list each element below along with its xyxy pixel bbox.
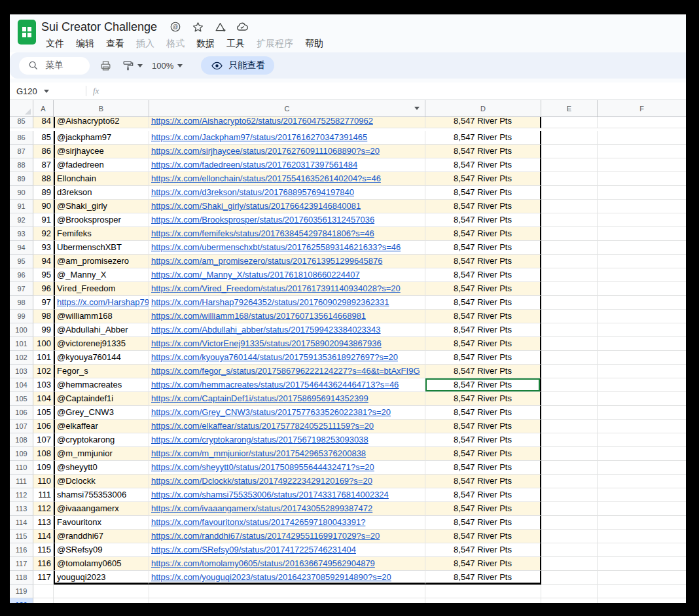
cell-b[interactable]: @cryptokarong <box>54 433 149 447</box>
cell-c[interactable]: https://x.com/Jackpham97/status/20176162… <box>149 131 425 145</box>
menu-search-input[interactable]: 菜单 <box>19 57 90 75</box>
cell-e[interactable] <box>541 323 598 337</box>
cell-e[interactable] <box>541 557 598 571</box>
cell-f[interactable] <box>598 296 686 310</box>
cell-f[interactable] <box>598 131 686 145</box>
cell-e[interactable] <box>541 502 598 516</box>
row-header[interactable]: 110 <box>10 461 33 475</box>
cell-e[interactable] <box>541 241 598 255</box>
cell-e[interactable] <box>541 543 598 557</box>
cell-a[interactable]: 102 <box>33 365 54 378</box>
row-header[interactable]: 116 <box>10 543 33 557</box>
cell-f[interactable] <box>598 337 686 351</box>
cell-b[interactable]: youguqi2023 <box>54 571 149 585</box>
cell-f[interactable] <box>598 241 686 255</box>
column-header-d[interactable]: D <box>425 100 541 117</box>
cell-d[interactable]: 8,547 River Pts <box>425 282 541 296</box>
cell-a[interactable]: 108 <box>33 447 54 461</box>
cell-a[interactable]: 87 <box>33 158 54 172</box>
cell-a[interactable]: 116 <box>33 557 54 571</box>
cell-c[interactable]: https://x.com/ellonchain/status/20175541… <box>149 172 425 186</box>
cell-d[interactable]: 8,547 River Pts <box>425 461 541 475</box>
cell-c[interactable]: https://x.com/tomolamy0605/status/201636… <box>149 557 425 571</box>
column-header-b[interactable]: B <box>54 100 149 117</box>
cell-e[interactable] <box>541 598 598 603</box>
cell-f[interactable] <box>598 571 686 585</box>
cell-a[interactable]: 91 <box>33 213 54 227</box>
cell-e[interactable] <box>541 365 598 378</box>
cell-e[interactable] <box>541 378 598 392</box>
cell-c[interactable]: https://x.com/randdhi67/status/201742955… <box>149 530 425 543</box>
cell-b[interactable]: @hemmacreates <box>54 378 149 392</box>
cell-a[interactable]: 111 <box>33 488 54 502</box>
cell-d[interactable]: 8,547 River Pts <box>425 571 541 585</box>
cell-c[interactable]: https://x.com/d3rekson/status/2017688957… <box>149 186 425 200</box>
cell-e[interactable] <box>541 117 598 128</box>
row-header[interactable]: 103 <box>10 365 33 378</box>
cell-e[interactable] <box>541 282 598 296</box>
cell-f[interactable] <box>598 461 686 475</box>
cell-f[interactable] <box>598 420 686 433</box>
select-all-corner[interactable] <box>10 100 33 117</box>
cell-b[interactable]: @fadedreen <box>54 158 149 172</box>
cell-e[interactable] <box>541 200 598 213</box>
cell-d[interactable]: 8,547 River Pts <box>425 227 541 241</box>
row-header[interactable]: 89 <box>10 172 33 186</box>
view-only-badge[interactable]: 只能查看 <box>201 56 274 75</box>
cell-a[interactable]: 90 <box>33 200 54 213</box>
cell-f[interactable] <box>598 186 686 200</box>
cell-b[interactable]: @sheyytt0 <box>54 461 149 475</box>
cell-e[interactable] <box>541 351 598 365</box>
cell-c[interactable]: https://x.com/Aishacrypto62/status/20176… <box>149 117 425 128</box>
row-header[interactable]: 93 <box>10 227 33 241</box>
cell-a[interactable]: 115 <box>33 543 54 557</box>
cell-b[interactable]: @am_promisezero <box>54 255 149 268</box>
cell-b[interactable]: shamsi755353006 <box>54 488 149 502</box>
cell-f[interactable] <box>598 406 686 420</box>
cell-b[interactable]: Ellonchain <box>54 172 149 186</box>
menu-item[interactable]: 工具 <box>222 37 249 51</box>
cell-e[interactable] <box>541 420 598 433</box>
cell-b[interactable]: https://x.com/Harshap79264352/status/201… <box>54 296 149 310</box>
document-title[interactable]: Sui Creator Challenge <box>41 20 157 34</box>
menu-item[interactable]: 文件 <box>41 37 69 51</box>
cell-a[interactable] <box>33 598 54 603</box>
cell-d[interactable]: 8,547 River Pts <box>425 310 541 323</box>
row-header[interactable]: 101 <box>10 337 33 351</box>
cell-e[interactable] <box>541 337 598 351</box>
row-header[interactable]: 114 <box>10 516 33 530</box>
row-header[interactable]: 109 <box>10 447 33 461</box>
row-header[interactable]: 99 <box>10 310 33 323</box>
cell-c[interactable]: https://x.com/CaptainDef1i/status/201758… <box>149 392 425 406</box>
sheets-logo-icon[interactable] <box>18 20 36 45</box>
cell-f[interactable] <box>598 543 686 557</box>
cell-d[interactable]: 8,547 River Pts <box>425 420 541 433</box>
cell-b[interactable]: @Grey_CNW3 <box>54 406 149 420</box>
cell-a[interactable]: 98 <box>33 310 54 323</box>
cell-b[interactable]: Vired_Freedom <box>54 282 149 296</box>
cell-c[interactable]: https://x.com/fadedreen/status/201762031… <box>149 158 425 172</box>
column-header-a[interactable]: A <box>33 100 54 117</box>
cell-e[interactable] <box>541 392 598 406</box>
cell-d[interactable]: 8,547 River Pts <box>425 268 541 282</box>
cell-c[interactable]: https://x.com/Vired_Freedom/status/20176… <box>149 282 425 296</box>
cell-f[interactable] <box>598 158 686 172</box>
cell-d[interactable]: 8,547 River Pts <box>425 200 541 213</box>
row-header[interactable]: 104 <box>10 378 33 392</box>
cell-b[interactable] <box>54 598 149 603</box>
paint-format-control[interactable] <box>121 59 143 72</box>
cell-e[interactable] <box>541 571 598 585</box>
menu-item[interactable]: 查看 <box>101 37 129 51</box>
row-header[interactable]: 115 <box>10 530 33 543</box>
star-icon[interactable] <box>191 20 204 33</box>
cell-d[interactable]: 8,547 River Pts <box>425 158 541 172</box>
row-header[interactable]: 113 <box>10 502 33 516</box>
cell-b[interactable]: @tomolamy0605 <box>54 557 149 571</box>
row-header[interactable]: 87 <box>10 145 33 158</box>
cell-d[interactable]: 8,547 River Pts <box>425 241 541 255</box>
cell-d[interactable]: 8,547 River Pts <box>425 351 541 365</box>
cell-b[interactable]: d3rekson <box>54 186 149 200</box>
cell-f[interactable] <box>598 213 686 227</box>
cell-d[interactable]: 8,547 River Pts <box>425 365 541 378</box>
cell-f[interactable] <box>598 378 686 392</box>
